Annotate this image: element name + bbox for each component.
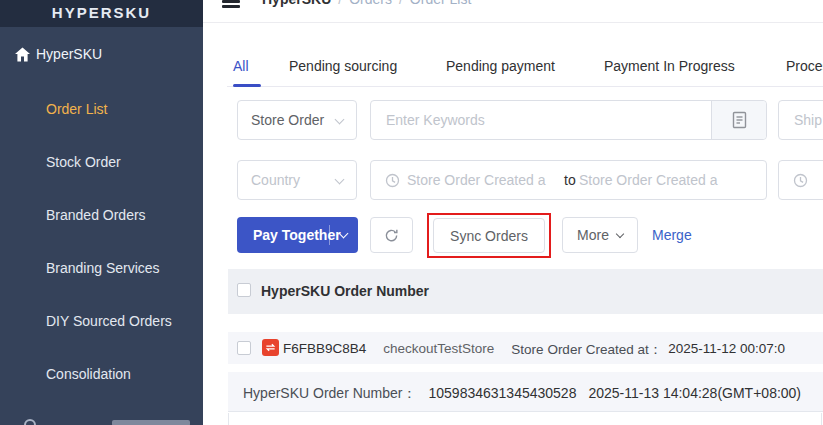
- refresh-icon: [384, 228, 399, 243]
- range-end-placeholder: Store Order Created a: [579, 172, 718, 188]
- pay-together-button[interactable]: Pay Together: [237, 217, 358, 253]
- order-row-summary: F6FBB9C8B4 checkoutTestStore Store Order…: [283, 341, 823, 359]
- order-row-checkbox[interactable]: [237, 341, 251, 355]
- order-list-page: HYPERSKU HyperSKU Order List Stock Order…: [0, 0, 823, 425]
- keywords-list-button[interactable]: [711, 101, 766, 139]
- breadcrumb-orders[interactable]: Orders: [349, 0, 392, 7]
- second-date-range-picker[interactable]: [778, 160, 823, 200]
- sidebar-item-home[interactable]: HyperSKU: [36, 46, 102, 62]
- store-order-number: F6FBB9C8B4: [283, 341, 366, 359]
- order-body-row: [228, 413, 822, 425]
- tab-pending-payment[interactable]: Pending payment: [446, 58, 555, 74]
- sidebar-partial-item-label[interactable]: [112, 420, 190, 425]
- chevron-down-icon: [335, 115, 345, 125]
- store-order-type-value: Store Order: [251, 112, 331, 128]
- sidebar-partial-item-icon: [24, 419, 36, 425]
- sidebar: HYPERSKU HyperSKU Order List Stock Order…: [0, 0, 203, 425]
- clock-icon: [793, 173, 808, 188]
- sidebar-logo-bar: HYPERSKU: [0, 0, 203, 27]
- tab-all[interactable]: All: [233, 58, 249, 74]
- sidebar-item-consolidation[interactable]: Consolidation: [46, 366, 131, 382]
- merge-link[interactable]: Merge: [652, 227, 692, 243]
- shipping-input[interactable]: Ship: [778, 100, 823, 140]
- sidebar-item-branded-orders[interactable]: Branded Orders: [46, 207, 146, 223]
- keywords-input[interactable]: Enter Keywords: [370, 100, 767, 140]
- sidebar-item-order-list[interactable]: Order List: [46, 101, 107, 117]
- clock-icon: [385, 173, 400, 188]
- pay-together-label: Pay Together: [253, 227, 341, 243]
- store-platform-icon: [262, 339, 279, 356]
- hypersku-order-info: HyperSKU Order Number： 10598346313454305…: [243, 385, 801, 403]
- store-name: checkoutTestStore: [383, 341, 494, 359]
- store-order-created-value: 2025-11-12 00:07:0: [668, 341, 785, 359]
- sidebar-item-branding-services[interactable]: Branding Services: [46, 260, 160, 276]
- home-icon: [14, 47, 31, 62]
- tab-payment-in-progress[interactable]: Payment In Progress: [604, 58, 735, 74]
- shipping-placeholder: Ship: [794, 112, 822, 128]
- split-button-divider: [329, 225, 330, 245]
- chevron-down-icon: [335, 175, 345, 185]
- annotation-highlight: [427, 213, 551, 258]
- sidebar-item-stock-order[interactable]: Stock Order: [46, 154, 121, 170]
- more-button[interactable]: More: [562, 217, 638, 253]
- logo-text: HYPERSKU: [52, 4, 151, 21]
- select-all-checkbox[interactable]: [237, 283, 251, 297]
- breadcrumb: HyperSKU/Orders/Order List: [262, 0, 471, 7]
- active-tab-underline: [233, 84, 261, 87]
- breadcrumb-separator: /: [399, 0, 403, 7]
- document-icon: [732, 111, 747, 129]
- more-label: More: [577, 227, 609, 243]
- tab-pending-sourcing[interactable]: Pending sourcing: [289, 58, 397, 74]
- range-start-placeholder: Store Order Created a: [407, 172, 546, 188]
- range-separator: to: [564, 172, 576, 188]
- breadcrumb-separator: /: [338, 0, 342, 7]
- tabs-divider: [227, 86, 823, 87]
- store-order-created-range-picker[interactable]: Store Order Created a to Store Order Cre…: [370, 160, 767, 200]
- store-order-created-label: Store Order Created at：: [511, 341, 662, 359]
- refresh-button[interactable]: [370, 217, 413, 253]
- breadcrumb-current: Order List: [410, 0, 471, 7]
- topbar: HyperSKU/Orders/Order List: [203, 0, 823, 23]
- country-placeholder: Country: [251, 172, 300, 188]
- table-header-label: HyperSKU Order Number: [261, 283, 429, 299]
- country-select[interactable]: Country: [237, 160, 357, 200]
- sidebar-item-diy-sourced-orders[interactable]: DIY Sourced Orders: [46, 313, 172, 329]
- chevron-down-icon: [616, 229, 624, 237]
- breadcrumb-root[interactable]: HyperSKU: [262, 0, 331, 7]
- tab-processing[interactable]: Processing: [786, 58, 823, 74]
- keywords-placeholder: Enter Keywords: [386, 112, 485, 128]
- hypersku-order-number-label: HyperSKU Order Number：: [243, 385, 417, 403]
- hypersku-order-number-value: 1059834631345430528: [429, 385, 577, 403]
- store-order-type-select[interactable]: Store Order: [237, 100, 357, 140]
- payment-time: 2025-11-13 14:04:28(GMT+08:00): [588, 385, 801, 403]
